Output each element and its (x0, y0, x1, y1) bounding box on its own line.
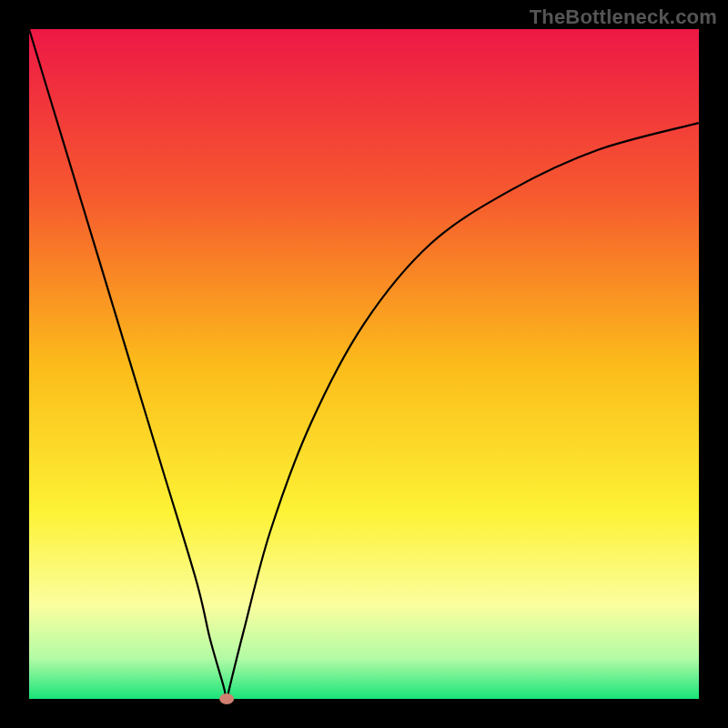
watermark-text: TheBottleneck.com (530, 5, 717, 29)
chart-container: TheBottleneck.com (0, 0, 728, 728)
bottleneck-chart (0, 0, 728, 728)
optimal-point-marker (219, 693, 234, 704)
